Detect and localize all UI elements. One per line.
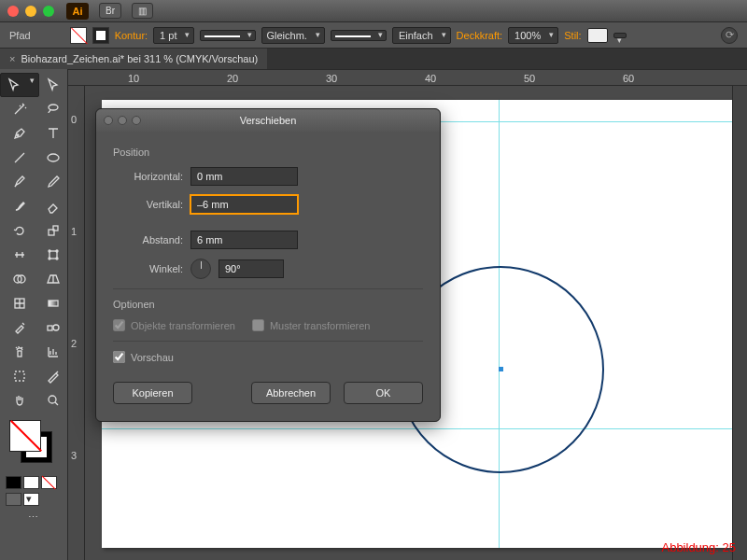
deckkraft-label: Deckkraft:	[457, 30, 503, 41]
scale-tool[interactable]	[39, 218, 67, 243]
rotate-tool[interactable]	[0, 218, 39, 243]
slice-tool[interactable]	[39, 364, 67, 388]
stroke-weight-select[interactable]: 1 pt	[153, 27, 194, 44]
sync-icon[interactable]: ⟳	[721, 27, 738, 44]
stil-label: Stil:	[564, 30, 581, 41]
style-chip[interactable]	[587, 28, 608, 43]
muster-trans-checkbox: Muster transformieren	[252, 319, 371, 331]
brush-select[interactable]	[331, 30, 387, 41]
ellipse-tool[interactable]	[39, 146, 67, 170]
position-group-label: Position	[113, 147, 423, 158]
dialog-title: Verschieben	[240, 115, 297, 126]
gradient-tool[interactable]	[39, 291, 67, 315]
width-tool[interactable]	[0, 243, 39, 267]
direct-selection-tool[interactable]	[39, 73, 67, 97]
move-dialog: Verschieben Position Horizontal: Vertika…	[95, 108, 441, 422]
tool-panel: ▾ ⋯	[0, 69, 68, 560]
layout-button[interactable]: ▥	[132, 3, 153, 19]
kontur-label: Kontur:	[115, 30, 148, 41]
control-bar: Pfad Kontur: 1 pt Gleichm. Einfach Deckk…	[0, 22, 747, 49]
graph-tool[interactable]	[39, 340, 67, 364]
opacity-select[interactable]: 100%	[508, 27, 558, 44]
figure-caption: Abbildung: 25	[661, 540, 736, 554]
bridge-button[interactable]: Br	[99, 3, 121, 19]
close-dot[interactable]	[7, 6, 19, 17]
hand-tool[interactable]	[0, 388, 39, 413]
angle-dial[interactable]	[190, 259, 211, 279]
style-dropdown[interactable]	[613, 33, 627, 38]
horizontal-label: Horizontal:	[113, 171, 183, 182]
selection-tool[interactable]	[0, 73, 39, 97]
close-tab-icon[interactable]: ×	[9, 53, 15, 64]
color-mode-row[interactable]	[0, 474, 67, 491]
pencil-tool[interactable]	[39, 170, 67, 194]
mesh-tool[interactable]	[0, 291, 39, 315]
vertical-input[interactable]	[190, 195, 298, 214]
perspective-tool[interactable]	[39, 267, 67, 291]
line-tool[interactable]	[0, 146, 39, 170]
svg-point-15	[53, 325, 59, 330]
zoom-tool[interactable]	[39, 388, 67, 413]
ok-button[interactable]: OK	[344, 382, 423, 404]
vertical-label: Vertikal:	[113, 199, 183, 210]
blend-tool[interactable]	[39, 315, 67, 340]
svg-point-1	[17, 134, 19, 136]
scrollbar-vertical[interactable]	[732, 86, 747, 560]
symbol-sprayer-tool[interactable]	[0, 340, 39, 364]
vorschau-checkbox[interactable]: Vorschau	[113, 351, 174, 363]
options-group-label: Optionen	[113, 299, 423, 310]
kopieren-button[interactable]: Kopieren	[113, 382, 192, 404]
stroke-profile-select[interactable]	[200, 30, 256, 41]
eraser-tool[interactable]	[39, 194, 67, 218]
abstand-label: Abstand:	[113, 234, 183, 245]
shape-builder-tool[interactable]	[0, 267, 39, 291]
winkel-input[interactable]	[218, 259, 284, 278]
objekte-trans-checkbox: Objekte transformieren	[113, 319, 235, 331]
minimize-dot[interactable]	[25, 6, 36, 17]
window-titlebar: Ai Br ▥	[0, 0, 747, 22]
svg-rect-14	[48, 326, 52, 330]
pen-tool[interactable]	[0, 121, 39, 146]
lasso-tool[interactable]	[39, 97, 67, 121]
stroke-dash-select[interactable]: Gleichm.	[261, 27, 324, 44]
document-tab[interactable]: × Biohazard_Zeichen.ai* bei 311 % (CMYK/…	[0, 49, 267, 69]
paintbrush-tool[interactable]	[0, 170, 39, 194]
svg-point-2	[48, 154, 59, 161]
horizontal-ruler: 10 20 30 40 50 60	[68, 69, 747, 86]
artboard-tool[interactable]	[0, 364, 39, 388]
type-tool[interactable]	[39, 121, 67, 146]
horizontal-input[interactable]	[190, 167, 298, 186]
svg-rect-13	[49, 301, 58, 306]
document-title: Biohazard_Zeichen.ai* bei 311 % (CMYK/Vo…	[21, 53, 258, 64]
blob-brush-tool[interactable]	[0, 194, 39, 218]
screen-mode-row[interactable]: ▾	[0, 491, 67, 508]
winkel-label: Winkel:	[113, 263, 183, 274]
dialog-titlebar[interactable]: Verschieben	[96, 109, 440, 132]
eyedropper-tool[interactable]	[0, 315, 39, 340]
svg-rect-5	[49, 251, 57, 259]
vertical-ruler: 0 1 2 3	[68, 86, 85, 560]
fill-stroke-stack[interactable]	[6, 420, 62, 467]
panel-more-icon[interactable]: ⋯	[4, 511, 63, 524]
document-tabs: × Biohazard_Zeichen.ai* bei 311 % (CMYK/…	[0, 49, 747, 69]
fill-swatch[interactable]	[70, 27, 87, 44]
brush-type-select[interactable]: Einfach	[392, 27, 451, 44]
stroke-swatch[interactable]	[92, 27, 109, 44]
zoom-dot[interactable]	[43, 6, 54, 17]
svg-rect-17	[15, 371, 24, 381]
magic-wand-tool[interactable]	[0, 97, 39, 121]
anchor-point[interactable]	[499, 367, 503, 371]
free-transform-tool[interactable]	[39, 243, 67, 267]
svg-rect-16	[18, 351, 21, 357]
svg-point-18	[49, 396, 56, 403]
selection-type-label: Pfad	[9, 30, 31, 41]
app-badge-ai: Ai	[66, 3, 89, 20]
abstand-input[interactable]	[190, 231, 298, 249]
abbrechen-button[interactable]: Abbrechen	[251, 382, 331, 404]
